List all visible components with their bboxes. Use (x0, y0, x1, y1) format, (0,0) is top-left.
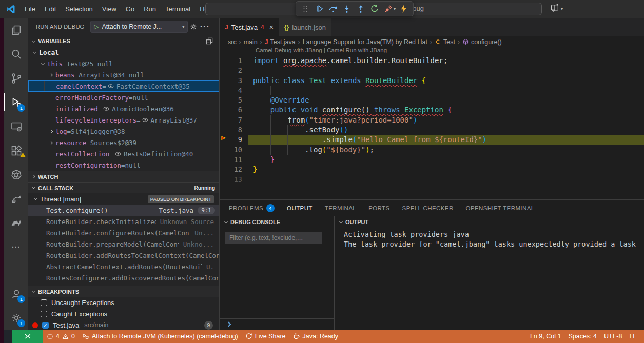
paused-breakpoint-icon[interactable] (221, 135, 229, 146)
call-stack-frame[interactable]: Test.configure()Test.java9:1 (28, 205, 219, 216)
variable-row[interactable]: restCollection = RestsDefinition@40 (28, 148, 219, 159)
continue-button[interactable] (313, 2, 326, 15)
code-line[interactable]: 13 (220, 175, 644, 185)
close-icon[interactable]: × (269, 23, 274, 31)
hot-code-replace-button[interactable] (397, 2, 411, 15)
debug-console-repl[interactable] (220, 318, 334, 330)
code-line[interactable]: 4 (220, 86, 644, 95)
launch-config-dropdown[interactable]: ▷ Attach to Remote J... ▾ (90, 21, 188, 33)
breakpoint-row[interactable]: ✓Test.javasrc/main9 (28, 319, 219, 330)
code-line[interactable]: 6public void configure() throws Exceptio… (220, 105, 644, 115)
breakpoint-checkbox[interactable] (41, 311, 47, 317)
activity-item-openshift-connector[interactable] (4, 187, 28, 211)
activity-item-additional-views[interactable]: ··· (4, 235, 28, 259)
call-stack-frame[interactable]: AbstractCamelContext.addRoutes(RoutesBui… (28, 261, 219, 272)
breadcrumb-item[interactable]: main (244, 38, 258, 46)
code-line[interactable]: 2 (220, 66, 644, 75)
collapse-all-icon[interactable] (204, 35, 215, 47)
code-line[interactable]: 7from("timer:java?period=1000") (220, 115, 644, 125)
code-line[interactable]: 5@Override (220, 95, 644, 105)
panel-tab-ports[interactable]: PORTS (368, 200, 389, 216)
menu-edit[interactable]: Edit (40, 0, 61, 18)
debug-console-filter-input[interactable] (225, 232, 322, 244)
tab-test-java[interactable]: JTest.java4× (220, 18, 279, 36)
debug-session-status[interactable]: Attach to Remote JVM (Kubernetes) (camel… (79, 330, 242, 343)
variables-section-header[interactable]: VARIABLES (28, 35, 219, 47)
call-stack-section-header[interactable]: CALL STACK Running (28, 182, 219, 193)
variable-row[interactable]: errorHandlerFactory = null (28, 92, 219, 103)
activity-item-remote-explorer[interactable] (4, 114, 28, 138)
live-share-status[interactable]: Live Share (242, 330, 289, 343)
cursor-position[interactable]: Ln 9, Col 1 (526, 330, 564, 343)
code-line[interactable]: 12} (220, 165, 644, 174)
code-line[interactable]: 1import org.apache.camel.builder.RouteBu… (220, 56, 644, 66)
problems-status[interactable]: 4 0 (43, 330, 79, 343)
activity-item-accounts[interactable]: 1 (4, 281, 28, 306)
breakpoint-row[interactable]: Caught Exceptions (28, 308, 219, 319)
chevron-right-icon[interactable] (49, 140, 53, 144)
variable-row[interactable]: restConfiguration = null (28, 159, 219, 171)
breakpoint-row[interactable]: Uncaught Exceptions (28, 297, 219, 308)
variable-row[interactable]: this = Test@25 null (28, 58, 219, 69)
chevron-down-icon[interactable]: ▾ (394, 7, 396, 11)
remote-indicator[interactable] (12, 330, 43, 343)
chevron-down-icon[interactable] (33, 50, 36, 53)
breadcrumb-item[interactable]: JTest.java (265, 38, 296, 46)
menu-run[interactable]: Run (139, 0, 161, 18)
step-over-button[interactable] (326, 2, 340, 15)
menu-view[interactable]: View (97, 0, 121, 18)
code-editor[interactable]: 1import org.apache.camel.builder.RouteBu… (220, 56, 644, 185)
chevron-down-icon[interactable] (41, 61, 45, 65)
java-status[interactable]: Java: Ready (289, 330, 342, 343)
variable-row[interactable]: lifecycleInterceptors = ArrayList@37 (28, 114, 219, 126)
code-line[interactable]: 3public class Test extends RouteBuilder … (220, 76, 644, 86)
call-stack-frame[interactable]: RouteBuilder.checkInitialized()Unknown S… (28, 216, 219, 227)
activity-item-source-control[interactable] (4, 66, 28, 90)
variable-row[interactable]: log = Slf4jLogger@38 (28, 126, 219, 137)
breadcrumb-item[interactable]: src (228, 38, 237, 46)
chevron-right-icon[interactable] (49, 129, 53, 133)
activity-item-camel[interactable] (4, 211, 28, 235)
panel-tab-terminal[interactable]: TERMINAL (325, 200, 356, 216)
indentation-status[interactable]: Spaces: 4 (564, 330, 600, 343)
debug-console-header[interactable]: DEBUG CONSOLE (220, 216, 334, 228)
breadcrumb-item[interactable]: configure() (462, 38, 502, 46)
start-debug-icon[interactable]: ▷ (94, 23, 99, 30)
call-stack-frame[interactable]: RoutesConfigurer.addDiscoveredRoutes(Cam… (28, 272, 219, 284)
variable-row[interactable]: resource = Sources$2@39 (28, 137, 219, 148)
output-header[interactable]: OUTPUT (335, 216, 644, 228)
variable-row[interactable]: camelContext = FastCamelContext@35 (28, 80, 219, 92)
restart-button[interactable] (368, 2, 381, 15)
configure-launch-gear-icon[interactable] (188, 21, 199, 32)
breakpoint-checkbox[interactable]: ✓ (42, 322, 49, 329)
panel-tab-output[interactable]: OUTPUT (287, 200, 313, 216)
encoding-status[interactable]: UTF-8 (600, 330, 626, 343)
call-stack-frame[interactable]: RouteBuilder.configureRoutes(CamelContex… (28, 227, 219, 238)
activity-item-search[interactable] (4, 42, 28, 66)
code-line[interactable]: 10.log("${body}"); (220, 145, 644, 155)
code-line[interactable]: 11} (220, 155, 644, 165)
variable-row[interactable]: initialized = AtomicBoolean@36 (28, 103, 219, 114)
breadcrumb-item[interactable]: Language Support for Java(TM) by Red Hat (303, 38, 427, 46)
panel-tab-problems[interactable]: PROBLEMS4 (229, 200, 275, 216)
output-log[interactable]: Activating task providers javaThe task p… (335, 228, 644, 249)
step-into-button[interactable] (340, 2, 354, 15)
activity-item-explorer[interactable] (4, 18, 28, 42)
breakpoints-section-header[interactable]: BREAKPOINTS (28, 286, 219, 297)
activity-item-kubernetes[interactable] (4, 163, 28, 187)
panel-tab-openshift-terminal[interactable]: OPENSHIFT TERMINAL (466, 200, 535, 216)
call-stack-frame[interactable]: RouteBuilder.prepareModel(CamelContext)U… (28, 238, 219, 250)
activity-item-manage[interactable]: 1 (4, 306, 28, 330)
panel-tab-spell-checker[interactable]: SPELL CHECKER (402, 200, 454, 216)
call-stack-frame[interactable]: RouteBuilder.addRoutesToCamelContext(Cam… (28, 250, 219, 261)
breadcrumb-item[interactable]: Test (435, 38, 455, 46)
watch-section-header[interactable]: WATCH (28, 171, 219, 182)
code-line[interactable]: 8.setBody() (220, 125, 644, 135)
menu-file[interactable]: File (20, 0, 40, 18)
views-more-actions-button[interactable]: ··· (199, 21, 210, 32)
eol-status[interactable]: LF (626, 330, 644, 343)
chevron-right-icon[interactable] (49, 73, 53, 76)
menu-selection[interactable]: Selection (61, 0, 97, 18)
menu-go[interactable]: Go (121, 0, 139, 18)
codelens[interactable]: Camel Debug with JBang | Camel Run with … (220, 47, 644, 56)
